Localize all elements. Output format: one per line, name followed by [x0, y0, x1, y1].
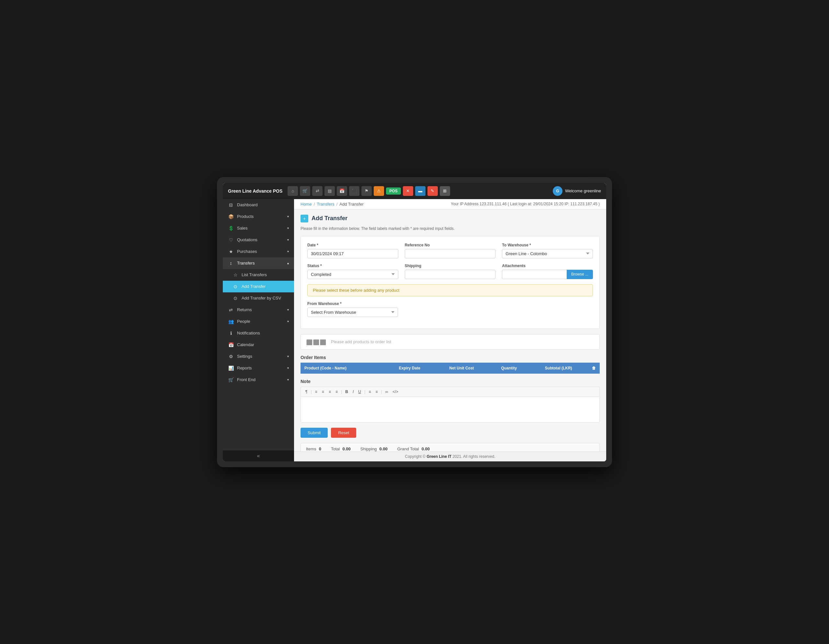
date-group: Date * — [307, 243, 398, 258]
grand-total-value: 0.00 — [422, 447, 430, 451]
note-btn-list-ul[interactable]: ≡ — [374, 389, 379, 395]
returns-arrow-icon: ▾ — [287, 308, 289, 312]
note-btn-paragraph[interactable]: ¶ — [304, 389, 309, 395]
sidebar-item-settings[interactable]: ⚙ Settings ▾ — [223, 351, 294, 362]
page-header: + Add Transfer — [301, 215, 600, 222]
footer-year: 2021. All rights reserved. — [452, 454, 495, 459]
quotations-icon: ♡ — [228, 237, 234, 242]
pos-nav-btn[interactable]: POS — [386, 187, 400, 195]
flag-nav-btn[interactable]: ⚑ — [361, 186, 372, 196]
note-btn-bold[interactable]: B — [344, 389, 350, 395]
sidebar-collapse-button[interactable]: « — [223, 450, 294, 461]
sidebar-item-products[interactable]: 📦 Products ▾ — [223, 211, 294, 222]
form-row-1: Date * Reference No To Warehouse * Gree — [307, 243, 593, 258]
sidebar-label-sales: Sales — [237, 226, 248, 230]
reference-input[interactable] — [405, 249, 496, 258]
breadcrumb: Home / Transfers / Add Transfer — [301, 202, 364, 206]
alert-nav-btn[interactable]: ⚠ — [374, 186, 384, 196]
purchases-icon: ★ — [228, 249, 234, 254]
sidebar-item-transfers[interactable]: ↕ Transfers ▴ — [223, 257, 294, 269]
cart-nav-btn[interactable]: 🛒 — [300, 186, 310, 196]
sidebar-item-add-transfer-csv[interactable]: ⊙ Add Transfer by CSV — [223, 292, 294, 304]
sidebar-label-calendar: Calendar — [237, 342, 254, 347]
note-sep4: | — [381, 389, 382, 394]
status-label: Status * — [307, 263, 398, 268]
reset-button[interactable]: Reset — [331, 428, 356, 438]
products-icon: 📦 — [228, 214, 234, 219]
note-btn-align-left[interactable]: ≡ — [314, 389, 318, 395]
nav-user: G Welcome greenline — [553, 186, 601, 196]
register-nav-btn[interactable]: ▤ — [325, 186, 335, 196]
barcode-row: ▦▦▦ Please add products to order list — [301, 334, 600, 350]
sidebar-label-people: People — [237, 319, 250, 324]
note-btn-list-ol[interactable]: ≡ — [367, 389, 372, 395]
apps-nav-btn[interactable]: ⊞ — [440, 186, 450, 196]
attachment-group: Browse ... — [502, 270, 593, 279]
from-warehouse-select[interactable]: Select From Warehouse — [307, 308, 398, 317]
sidebar-item-reports[interactable]: 📊 Reports ▾ — [223, 362, 294, 374]
note-btn-align-right[interactable]: ≡ — [328, 389, 332, 395]
col-quantity: Quantity — [489, 363, 529, 374]
page-header-icon: + — [301, 215, 308, 222]
date-input[interactable] — [307, 249, 398, 258]
col-product: Product (Code - Name) — [301, 363, 385, 374]
add-transfer-icon: ⊙ — [233, 284, 238, 289]
brush-nav-btn[interactable]: ✎ — [427, 186, 438, 196]
transfers-icon: ↕ — [228, 261, 234, 266]
sidebar-item-quotations[interactable]: ♡ Quotations ▾ — [223, 234, 294, 246]
breadcrumb-parent[interactable]: Transfers — [317, 202, 334, 206]
home-nav-btn[interactable]: ⌂ — [288, 186, 298, 196]
submit-button[interactable]: Submit — [301, 428, 328, 438]
attachments-group: Attachments Browse ... — [502, 263, 593, 279]
note-btn-align-center[interactable]: ≡ — [321, 389, 325, 395]
note-btn-code[interactable]: </> — [391, 389, 399, 395]
sidebar-item-people[interactable]: 👥 People ▾ — [223, 316, 294, 328]
calendar-nav-btn[interactable]: 📅 — [337, 186, 347, 196]
ip-info: Your IP Address 123.231.111.46 ( Last lo… — [451, 202, 600, 206]
from-warehouse-section: From Warehouse * Select From Warehouse — [307, 301, 593, 317]
attachments-input[interactable] — [502, 270, 566, 279]
barcode-placeholder: Please add products to order list — [331, 339, 391, 344]
x-nav-btn[interactable]: ✕ — [403, 186, 413, 196]
breadcrumb-home[interactable]: Home — [301, 202, 312, 206]
note-btn-link[interactable]: ∞ — [384, 389, 389, 395]
settings-icon: ⚙ — [228, 354, 234, 359]
screen-nav-btn[interactable]: ⬛ — [349, 186, 359, 196]
status-select[interactable]: Completed Pending Cancelled — [307, 270, 398, 279]
quotations-arrow-icon: ▾ — [287, 238, 289, 241]
sidebar-item-calendar[interactable]: 📅 Calendar — [223, 339, 294, 351]
sidebar-item-list-transfers[interactable]: ☆ List Transfers — [223, 269, 294, 281]
sidebar-item-notifications[interactable]: ℹ Notifications — [223, 328, 294, 339]
note-btn-italic[interactable]: I — [351, 389, 355, 395]
sidebar-item-frontend[interactable]: 🛒 Front End ▾ — [223, 374, 294, 386]
display-nav-btn[interactable]: ▬ — [415, 186, 426, 196]
shipping-label: Shipping — [405, 263, 496, 268]
sidebar: ⊟ Dashboard 📦 Products ▾ 💲 Sales ▾ ♡ Quo… — [223, 199, 294, 461]
reference-label: Reference No — [405, 243, 496, 247]
sidebar-label-purchases: Purchases — [237, 249, 257, 254]
browse-button[interactable]: Browse ... — [567, 270, 593, 279]
note-btn-underline[interactable]: U — [357, 389, 362, 395]
breadcrumb-sep1: / — [314, 202, 315, 206]
footer-brand: Green Line IT — [427, 454, 451, 459]
share-nav-btn[interactable]: ⇄ — [312, 186, 323, 196]
form-hint: Please fill in the information below. Th… — [301, 226, 600, 231]
totals-grand: Grand Total 0.00 — [397, 447, 430, 451]
sidebar-item-dashboard[interactable]: ⊟ Dashboard — [223, 199, 294, 211]
form-row-2: Status * Completed Pending Cancelled Shi… — [307, 263, 593, 279]
sales-icon: 💲 — [228, 226, 234, 231]
sidebar-item-returns[interactable]: ⇄ Returns ▾ — [223, 304, 294, 316]
sidebar-item-sales[interactable]: 💲 Sales ▾ — [223, 222, 294, 234]
sidebar-item-purchases[interactable]: ★ Purchases ▾ — [223, 246, 294, 257]
to-warehouse-select[interactable]: Green Line - Colombo — [502, 249, 593, 258]
shipping-total-label: Shipping — [361, 447, 377, 451]
returns-icon: ⇄ — [228, 307, 234, 312]
main-content: + Add Transfer Please fill in the inform… — [294, 209, 606, 451]
purchases-arrow-icon: ▾ — [287, 250, 289, 253]
sidebar-label-quotations: Quotations — [237, 237, 257, 242]
sidebar-item-add-transfer[interactable]: ⊙ Add Transfer — [223, 281, 294, 292]
note-body[interactable] — [301, 397, 600, 422]
shipping-input[interactable] — [405, 270, 496, 279]
sidebar-label-list-transfers: List Transfers — [241, 272, 267, 277]
note-btn-align-justify[interactable]: ≡ — [334, 389, 339, 395]
